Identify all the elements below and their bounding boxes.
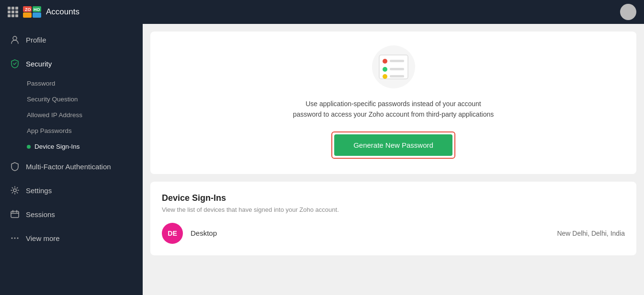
svg-point-9	[11, 238, 13, 239]
svg-point-6	[13, 36, 17, 40]
sidebar-item-settings[interactable]: Settings	[0, 178, 143, 202]
svg-text:ZO: ZO	[25, 7, 31, 12]
svg-point-16	[383, 74, 387, 79]
sidebar-item-mfa[interactable]: Multi-Factor Authentication	[0, 154, 143, 178]
main-layout: Profile Security Password Security Quest…	[0, 24, 644, 295]
device-name: Desktop	[191, 229, 549, 237]
user-avatar-top[interactable]	[620, 4, 636, 20]
svg-rect-2	[23, 12, 32, 18]
app-passwords-illustration	[365, 43, 422, 91]
device-sign-ins-description: View the list of devices that have signe…	[162, 206, 625, 213]
svg-point-10	[14, 238, 16, 239]
sidebar-sub-device-sign-ins[interactable]: Device Sign-Ins	[0, 139, 143, 154]
sidebar-profile-label: Profile	[26, 36, 46, 44]
sidebar: Profile Security Password Security Quest…	[0, 24, 143, 295]
svg-rect-8	[11, 211, 19, 218]
app-passwords-description: Use application-specific passwords inste…	[293, 98, 494, 120]
illustration-svg	[365, 43, 422, 91]
device-avatar: DE	[162, 223, 183, 244]
svg-point-11	[17, 238, 19, 239]
zoho-logo: ZO HO	[23, 6, 41, 18]
sidebar-settings-label: Settings	[26, 186, 52, 195]
device-sign-ins-card: Device Sign-Ins View the list of devices…	[150, 182, 636, 255]
security-icon	[10, 58, 20, 69]
svg-rect-18	[390, 68, 404, 70]
sidebar-sessions-label: Sessions	[26, 210, 55, 219]
sidebar-item-view-more[interactable]: View more	[0, 226, 143, 250]
sidebar-sub-app-passwords[interactable]: App Passwords	[0, 123, 143, 139]
sidebar-security-label: Security	[26, 60, 52, 68]
sidebar-item-sessions[interactable]: Sessions	[0, 202, 143, 226]
security-sub-menu: Password Security Question Allowed IP Ad…	[0, 76, 143, 154]
device-sign-ins-title: Device Sign-Ins	[162, 193, 625, 203]
svg-point-15	[383, 67, 387, 72]
active-dot	[27, 145, 31, 149]
sidebar-item-security[interactable]: Security	[0, 52, 143, 76]
sidebar-item-profile[interactable]: Profile	[0, 28, 143, 52]
device-location: New Delhi, Delhi, India	[557, 229, 625, 237]
sessions-icon	[10, 209, 20, 219]
sidebar-mfa-label: Multi-Factor Authentication	[26, 163, 111, 171]
topbar: ZO HO Accounts	[0, 0, 644, 24]
sidebar-sub-password[interactable]: Password	[0, 76, 143, 91]
mfa-icon	[10, 161, 20, 172]
svg-rect-17	[390, 60, 404, 62]
settings-icon	[10, 185, 20, 196]
profile-icon	[10, 34, 20, 45]
app-passwords-card: Use application-specific passwords inste…	[150, 32, 636, 174]
zoho-logo-svg: ZO HO	[23, 6, 41, 18]
svg-point-7	[13, 189, 16, 192]
app-name-label: Accounts	[46, 7, 79, 17]
svg-rect-19	[390, 75, 404, 77]
sidebar-sub-allowed-ip[interactable]: Allowed IP Address	[0, 107, 143, 123]
device-item: DE Desktop New Delhi, Delhi, India	[162, 223, 625, 244]
sidebar-view-more-label: View more	[26, 234, 60, 242]
grid-menu-icon[interactable]	[8, 7, 18, 17]
generate-btn-wrapper: Generate New Password	[331, 131, 455, 159]
view-more-icon	[10, 233, 20, 243]
generate-new-password-button[interactable]: Generate New Password	[334, 134, 452, 156]
svg-point-14	[383, 59, 387, 64]
content-area: Use application-specific passwords inste…	[143, 24, 644, 295]
svg-rect-3	[33, 12, 41, 18]
device-initials: DE	[168, 229, 177, 237]
topbar-left: ZO HO Accounts	[8, 6, 79, 18]
svg-text:HO: HO	[34, 7, 40, 12]
sidebar-sub-security-question[interactable]: Security Question	[0, 91, 143, 107]
